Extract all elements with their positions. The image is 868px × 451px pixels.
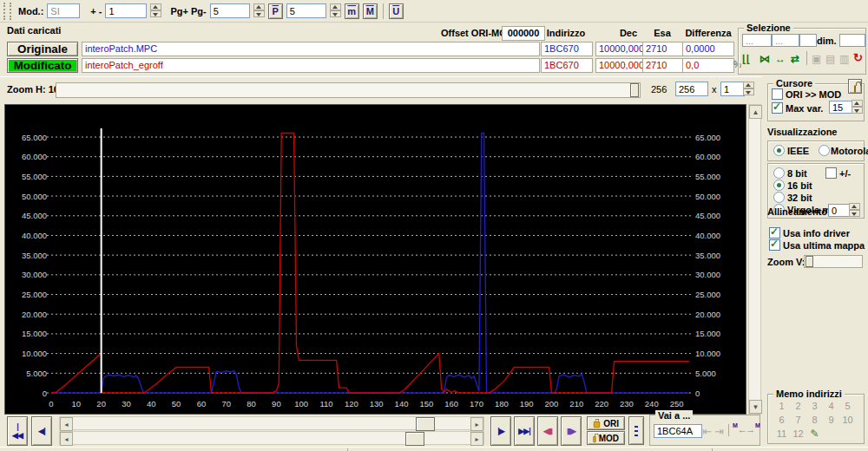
undo-button[interactable]: U <box>389 3 404 19</box>
dim-input[interactable] <box>839 34 865 47</box>
step-back-button[interactable]: ◀| <box>31 416 52 446</box>
svg-text:40: 40 <box>147 399 156 409</box>
zoom-h-slider-thumb[interactable] <box>630 83 639 97</box>
prev-difference-button[interactable]: ◀▮ <box>537 416 558 446</box>
zoom-v-slider-thumb[interactable] <box>806 256 813 267</box>
zoom-h-row: Zoom H: 16 256 x <box>0 76 762 103</box>
ieee-radio[interactable] <box>773 145 785 156</box>
scrollbar-originale-thumb[interactable] <box>416 417 435 431</box>
scroll-up-icon[interactable]: ▲ <box>749 105 762 119</box>
motorola-radio[interactable] <box>819 145 830 156</box>
svg-text:40.000: 40.000 <box>22 231 47 240</box>
zoom-v-slider[interactable] <box>804 255 863 268</box>
reload-icon[interactable]: ↻ <box>853 51 863 64</box>
ori-mod-checkbox[interactable] <box>772 88 783 100</box>
step-forward-button[interactable]: |▶ <box>490 416 511 446</box>
percent-step-spinner[interactable] <box>330 3 341 18</box>
scrollbar-modificato-thumb[interactable] <box>405 432 424 446</box>
max-var-spinner[interactable] <box>852 100 863 114</box>
scroll-left-icon[interactable]: ◂ <box>60 417 73 431</box>
chart-svg[interactable]: 005.0005.00010.00010.00015.00015.00020.0… <box>5 105 746 414</box>
scrollbar-originale[interactable]: ◂ ▸ <box>59 416 484 430</box>
toolbar-grip[interactable] <box>3 3 11 20</box>
memo-slot-2[interactable]: 2 <box>790 400 806 413</box>
max-button[interactable]: M <box>363 3 378 19</box>
vai-a-label: Vai a ... <box>655 410 693 421</box>
compare-maps-button[interactable] <box>628 416 644 445</box>
max-var-checkbox[interactable] <box>772 102 783 114</box>
go-first-button[interactable]: |◀◀ <box>7 416 28 446</box>
memo-edit-icon[interactable]: ✎ <box>806 428 823 441</box>
min-button[interactable]: m <box>345 3 359 19</box>
buffer-width-input[interactable] <box>675 82 708 96</box>
usa-ultima-mappa-checkbox[interactable] <box>769 239 780 251</box>
percent-step-input[interactable] <box>286 3 326 18</box>
memo-slot-6[interactable]: 6 <box>773 414 790 427</box>
select-width-icon[interactable]: ↔ <box>775 53 786 65</box>
status-bar <box>0 447 868 451</box>
page-step-input[interactable] <box>210 3 250 18</box>
memo-slot-9[interactable]: 9 <box>823 414 839 427</box>
svg-text:170: 170 <box>470 399 483 409</box>
bit8-radio[interactable] <box>773 167 785 179</box>
times-label: x <box>712 84 717 95</box>
allineamento-input[interactable] <box>828 204 851 217</box>
memo-slot-5[interactable]: 5 <box>839 400 856 413</box>
svg-text:60.000: 60.000 <box>22 152 47 161</box>
ori-lock-button[interactable]: ORI <box>587 416 625 430</box>
svg-text:55.000: 55.000 <box>695 172 720 181</box>
mod-input[interactable] <box>47 3 80 18</box>
motorola-label: Motorola <box>831 146 868 156</box>
chart-panel[interactable]: 005.0005.00010.00010.00015.00015.00020.0… <box>4 104 746 415</box>
svg-text:50.000: 50.000 <box>22 192 47 201</box>
next-difference-button[interactable]: ▮▶ <box>561 416 582 446</box>
zoom-h-slider[interactable] <box>56 82 641 98</box>
bit8-label: 8 bit <box>787 168 807 179</box>
select-extend-icon[interactable]: ⇄ <box>791 53 799 65</box>
originale-button[interactable]: Originale <box>7 42 78 56</box>
step-spinner[interactable] <box>150 3 161 18</box>
signed-checkbox[interactable] <box>825 167 837 179</box>
scroll-right-icon-2[interactable]: ▸ <box>470 432 483 446</box>
step-input[interactable] <box>105 3 147 18</box>
selezione-start-input[interactable] <box>742 34 772 47</box>
scrollbar-modificato[interactable]: ◂ ▸ <box>59 431 484 445</box>
svg-text:10: 10 <box>72 399 82 409</box>
memo-slot-12[interactable]: 12 <box>790 428 806 441</box>
vai-a-group: Vai a ... ⇤ ⇥ M← →M <box>649 415 760 446</box>
scroll-down-icon[interactable]: ▼ <box>749 400 762 414</box>
memo-slot-7[interactable]: 7 <box>790 414 806 427</box>
next-map-button[interactable]: →M <box>746 422 760 435</box>
memo-slot-1[interactable]: 1 <box>773 400 790 413</box>
multiplier-spinner[interactable] <box>743 82 754 96</box>
selezione-end-input[interactable] <box>772 34 799 47</box>
svg-text:10.000: 10.000 <box>695 349 720 358</box>
originale-esa: 2710 <box>642 42 684 56</box>
go-last-button[interactable]: ▶▶| <box>514 416 535 446</box>
scroll-right-icon[interactable]: ▸ <box>470 417 483 431</box>
memo-slot-11[interactable]: 11 <box>773 428 790 441</box>
select-all-icon[interactable]: ⌊⌊ <box>742 53 750 65</box>
bit32-radio[interactable] <box>773 192 785 203</box>
scroll-left-icon-2[interactable]: ◂ <box>60 432 73 446</box>
memo-slot-8[interactable]: 8 <box>806 414 823 427</box>
selezione-extra-input[interactable] <box>799 34 817 47</box>
vai-a-input[interactable] <box>654 424 702 438</box>
bit16-radio[interactable] <box>773 180 785 191</box>
memo-slot-3[interactable]: 3 <box>806 400 823 413</box>
max-var-input[interactable] <box>829 101 853 114</box>
memo-slot-10[interactable]: 10 <box>839 414 856 427</box>
select-between-icon[interactable]: ⋈ <box>760 53 770 65</box>
svg-text:20.000: 20.000 <box>22 310 47 319</box>
mod-lock-button[interactable]: MOD <box>587 431 625 445</box>
memo-slot-4[interactable]: 4 <box>823 400 839 413</box>
modificato-button[interactable]: Modificato <box>7 58 78 73</box>
chart-vertical-scrollbar[interactable]: ▲ ▼ <box>748 104 761 415</box>
page-step-spinner[interactable] <box>253 3 265 18</box>
percent-step-button[interactable]: P <box>268 3 283 19</box>
multiplier-input[interactable] <box>720 82 745 96</box>
allineamento-spinner[interactable] <box>849 203 860 218</box>
cursor-lock-button[interactable] <box>848 79 862 94</box>
zoom-v-label: Zoom V: <box>767 257 805 267</box>
svg-text:15.000: 15.000 <box>22 329 47 338</box>
